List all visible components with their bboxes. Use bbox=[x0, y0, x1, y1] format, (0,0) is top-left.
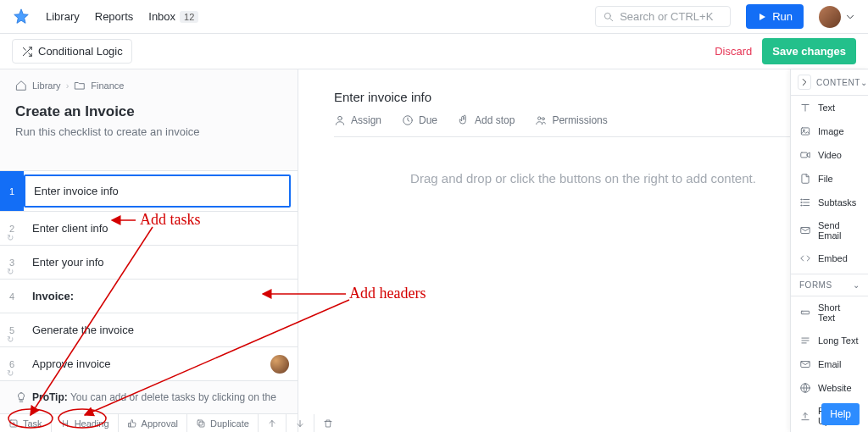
collapse-panel-button[interactable] bbox=[798, 75, 811, 90]
side-item-website[interactable]: Website bbox=[791, 376, 868, 400]
search-placeholder: Search or CTRL+K bbox=[620, 10, 713, 23]
side-item-label: Image bbox=[818, 126, 844, 136]
image-icon bbox=[799, 125, 811, 137]
discard-button[interactable]: Discard bbox=[715, 45, 752, 58]
side-item-label: Video bbox=[818, 150, 842, 160]
svg-rect-12 bbox=[198, 420, 203, 425]
svg-point-28 bbox=[801, 199, 802, 200]
nav-inbox[interactable]: Inbox 12 bbox=[148, 10, 198, 23]
add-heading-button[interactable]: Heading bbox=[52, 414, 119, 432]
protip: ProTip: You can add or delete tasks by c… bbox=[0, 381, 298, 413]
assign-button[interactable]: Assign bbox=[334, 114, 381, 126]
task-name: Invoice: bbox=[24, 280, 298, 313]
svg-point-29 bbox=[801, 202, 802, 202]
breadcrumb-leaf[interactable]: Finance bbox=[91, 80, 124, 91]
users-icon bbox=[535, 114, 547, 126]
run-button-label: Run bbox=[772, 10, 793, 23]
search-icon bbox=[603, 11, 615, 23]
workflow-title[interactable]: Create an Invoice bbox=[15, 103, 282, 120]
file-icon bbox=[799, 173, 811, 185]
app-logo[interactable] bbox=[12, 8, 31, 26]
workflow-subtitle[interactable]: Run this checklist to create an invoice bbox=[15, 125, 282, 138]
clock-icon bbox=[402, 114, 414, 126]
side-panel-content-header[interactable]: CONTENT ⌄ bbox=[791, 69, 868, 96]
side-panel-forms-header[interactable]: FORMS ⌄ bbox=[791, 274, 868, 296]
nav-library[interactable]: Library bbox=[46, 10, 80, 23]
email-icon bbox=[799, 358, 811, 370]
side-item-label: Long Text bbox=[818, 335, 859, 346]
svg-rect-31 bbox=[801, 228, 810, 234]
nav-inbox-label: Inbox bbox=[148, 10, 175, 23]
add-approval-label: Approval bbox=[142, 418, 178, 429]
lightbulb-icon bbox=[15, 391, 27, 403]
side-item-long-text[interactable]: Long Text bbox=[791, 329, 868, 352]
search-input[interactable]: Search or CTRL+K bbox=[595, 6, 731, 27]
editor-title[interactable]: Enter invoice info bbox=[334, 90, 832, 104]
avatar bbox=[819, 6, 841, 28]
side-item-label: Short Text bbox=[818, 302, 860, 323]
task-row[interactable]: 2Enter client info↻ bbox=[0, 212, 298, 246]
chevron-right-icon bbox=[798, 76, 810, 88]
file-upload-icon bbox=[799, 410, 811, 422]
due-label: Due bbox=[419, 114, 437, 126]
top-nav: Library Reports Inbox 12 Search or CTRL+… bbox=[0, 0, 868, 34]
hand-icon bbox=[458, 114, 470, 126]
help-button[interactable]: Help bbox=[821, 403, 860, 425]
center-panel: Enter invoice info Assign Due Add stop P… bbox=[298, 69, 868, 432]
website-icon bbox=[799, 382, 811, 394]
assignee-avatar[interactable] bbox=[270, 355, 289, 374]
task-row[interactable]: 3Enter your info↻ bbox=[0, 246, 298, 280]
send-email-icon bbox=[799, 224, 811, 236]
svg-point-30 bbox=[801, 205, 802, 206]
breadcrumb: Library › Finance bbox=[0, 69, 298, 95]
task-name: Approve invoice bbox=[24, 347, 270, 380]
task-number: 2 bbox=[0, 224, 24, 234]
side-item-label: Embed bbox=[818, 253, 848, 263]
svg-rect-21 bbox=[801, 128, 809, 135]
task-row[interactable]: 5Generate the invoice↻ bbox=[0, 313, 298, 347]
due-button[interactable]: Due bbox=[402, 114, 437, 126]
home-icon bbox=[15, 80, 27, 91]
protip-text: You can add or delete tasks by clicking … bbox=[68, 391, 276, 403]
plus-square-icon bbox=[8, 418, 19, 429]
add-approval-button[interactable]: Approval bbox=[119, 414, 187, 432]
side-item-file[interactable]: File bbox=[791, 167, 868, 191]
duplicate-button[interactable]: Duplicate bbox=[187, 414, 259, 432]
side-item-send-email[interactable]: Send Email bbox=[791, 214, 868, 246]
add-task-button[interactable]: Task bbox=[0, 414, 52, 432]
side-item-label: Text bbox=[818, 102, 835, 113]
side-item-short-text[interactable]: Short Text bbox=[791, 296, 868, 329]
short-text-icon bbox=[799, 307, 811, 318]
subtasks-icon bbox=[799, 197, 811, 208]
bottom-action-bar: Task Heading Approval Duplicate bbox=[0, 413, 298, 432]
move-up-button[interactable] bbox=[259, 414, 287, 432]
side-item-email[interactable]: Email bbox=[791, 352, 868, 376]
svg-point-18 bbox=[542, 118, 545, 120]
task-row[interactable]: 1Enter invoice info bbox=[0, 171, 298, 212]
task-row[interactable]: 4Invoice: bbox=[0, 280, 298, 313]
task-name: Enter client info bbox=[24, 212, 298, 245]
duplicate-label: Duplicate bbox=[210, 418, 249, 429]
side-item-subtasks[interactable]: Subtasks bbox=[791, 191, 868, 214]
side-item-text[interactable]: Text bbox=[791, 96, 868, 119]
side-item-image[interactable]: Image bbox=[791, 119, 868, 143]
side-item-label: Website bbox=[818, 383, 852, 393]
task-row[interactable]: 6Approve invoice↻ bbox=[0, 347, 298, 381]
add-task-label: Task bbox=[23, 418, 42, 429]
add-stop-button[interactable]: Add stop bbox=[458, 114, 515, 126]
side-item-video[interactable]: Video bbox=[791, 143, 868, 167]
side-item-embed[interactable]: Embed bbox=[791, 246, 868, 270]
side-item-label: Subtasks bbox=[818, 197, 856, 208]
save-changes-button[interactable]: Save changes bbox=[762, 38, 856, 64]
conditional-logic-button[interactable]: Conditional Logic bbox=[12, 39, 132, 64]
run-button[interactable]: Run bbox=[746, 4, 804, 29]
user-menu[interactable] bbox=[819, 6, 856, 28]
heading-icon bbox=[60, 418, 70, 429]
folder-icon bbox=[74, 80, 86, 91]
permissions-button[interactable]: Permissions bbox=[535, 114, 607, 126]
protip-label: ProTip: bbox=[32, 391, 68, 403]
svg-point-0 bbox=[604, 13, 610, 19]
nav-reports[interactable]: Reports bbox=[95, 10, 134, 23]
empty-content-placeholder: Drag and drop or click the buttons on th… bbox=[334, 171, 832, 186]
breadcrumb-root[interactable]: Library bbox=[32, 80, 61, 91]
